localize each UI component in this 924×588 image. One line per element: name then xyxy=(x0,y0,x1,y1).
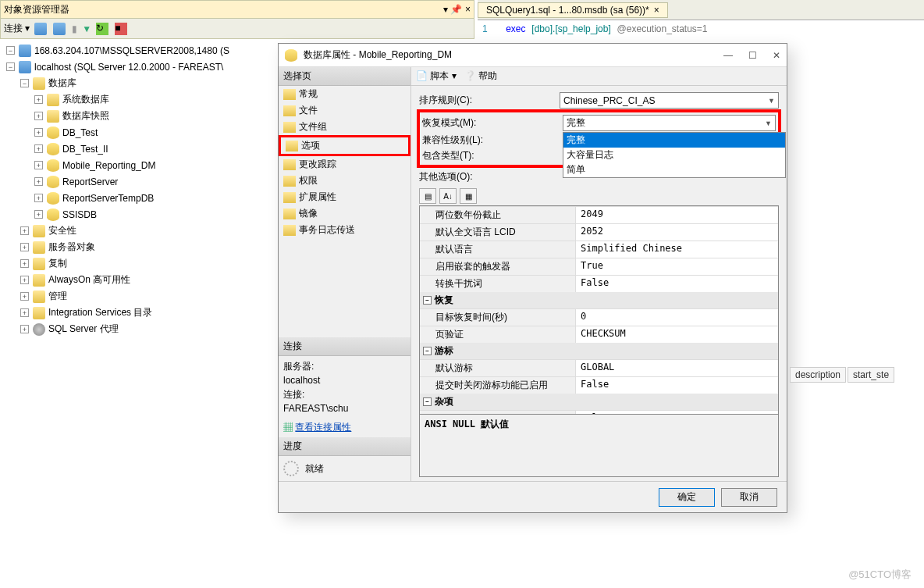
folder-icon xyxy=(47,94,59,106)
maximize-icon[interactable]: ☐ xyxy=(748,50,757,61)
page-item-2[interactable]: 文件组 xyxy=(279,119,410,135)
property-row[interactable]: 默认全文语言 LCID2052 xyxy=(420,223,778,241)
tab-close-icon[interactable]: × xyxy=(654,5,659,16)
property-row[interactable]: 提交时关闭游标功能已启用False xyxy=(420,376,778,394)
tree-node[interactable]: localhost (SQL Server 12.0.2000 - FAREAS… xyxy=(34,62,223,73)
toolbar-icon[interactable] xyxy=(34,23,47,35)
recovery-option[interactable]: 大容量日志 xyxy=(563,148,785,162)
database-icon xyxy=(47,159,59,172)
recovery-option[interactable]: 完整 xyxy=(563,133,785,148)
tree-toggle[interactable]: + xyxy=(20,243,29,251)
tree-toggle[interactable]: + xyxy=(34,177,43,186)
ok-button[interactable]: 确定 xyxy=(659,488,715,507)
categorized-button[interactable]: ▤ xyxy=(419,188,436,204)
tree-toggle[interactable]: + xyxy=(34,95,43,104)
minimize-icon[interactable]: — xyxy=(723,50,733,61)
result-col[interactable]: description xyxy=(790,367,846,383)
tree-node[interactable]: DB_Test_II xyxy=(62,144,108,155)
dialog-right-pane: 📄 脚本 ▾ ❔ 帮助 排序规则(C): Chinese_PRC_CI_AS▼ … xyxy=(411,67,787,481)
database-icon xyxy=(47,127,59,139)
tree-toggle[interactable]: + xyxy=(20,308,29,317)
collation-combo[interactable]: Chinese_PRC_CI_AS▼ xyxy=(560,92,779,109)
close-icon[interactable]: × xyxy=(465,4,471,15)
tree-node[interactable]: ReportServerTempDB xyxy=(62,193,154,204)
property-group[interactable]: − 恢复 xyxy=(420,292,778,308)
folder-icon xyxy=(33,274,45,287)
tree-toggle[interactable]: + xyxy=(34,210,43,219)
page-item-6[interactable]: 扩展属性 xyxy=(279,189,410,205)
close-icon[interactable]: ✕ xyxy=(773,50,780,61)
tree-toggle[interactable]: + xyxy=(34,128,43,137)
tree-node[interactable]: 168.63.204.107\MSSQLSERVER2008,1480 (S xyxy=(34,45,229,56)
tree-node[interactable]: 服务器对象 xyxy=(48,241,95,254)
tree-toggle[interactable]: + xyxy=(20,226,29,235)
dialog-titlebar[interactable]: 数据库属性 - Mobile_Reporting_DM — ☐ ✕ xyxy=(279,44,787,67)
page-item-1[interactable]: 文件 xyxy=(279,102,410,119)
property-group[interactable]: − 杂项 xyxy=(420,394,778,410)
recovery-combo[interactable]: 完整▼ xyxy=(563,115,776,131)
tree-node[interactable]: 复制 xyxy=(48,257,67,270)
page-item-5[interactable]: 权限 xyxy=(279,173,410,189)
tree-toggle[interactable]: − xyxy=(6,62,15,71)
page-icon xyxy=(283,225,296,236)
page-icon xyxy=(283,192,296,203)
progress-spinner-icon xyxy=(283,461,299,476)
tree-node[interactable]: SQL Server 代理 xyxy=(48,323,119,336)
tree-node[interactable]: 数据库 xyxy=(48,77,76,90)
page-item-3[interactable]: 选项 xyxy=(279,135,410,156)
refresh-icon[interactable]: ↻ xyxy=(96,23,108,35)
select-page-header: 选择页 xyxy=(279,67,410,86)
progress-header: 进度 xyxy=(279,437,410,456)
tree-node[interactable]: Mobile_Reporting_DM xyxy=(62,160,155,171)
connect-button[interactable]: 连接 ▾ xyxy=(4,22,30,35)
view-connection-properties-link[interactable]: 查看连接属性 xyxy=(295,422,351,433)
page-item-4[interactable]: 更改跟踪 xyxy=(279,156,410,173)
tree-toggle[interactable]: + xyxy=(34,161,43,169)
tree-node[interactable]: Integration Services 目录 xyxy=(48,306,152,319)
page-icon xyxy=(283,122,296,133)
tree-node[interactable]: DB_Test xyxy=(62,127,98,138)
tree-toggle[interactable]: + xyxy=(20,325,29,333)
filter-icon[interactable]: ▼ xyxy=(82,23,91,34)
help-button[interactable]: ❔ 帮助 xyxy=(464,69,497,83)
stop-icon[interactable]: ■ xyxy=(115,23,127,35)
tree-toggle[interactable]: + xyxy=(34,112,43,120)
editor-tab[interactable]: SQLQuery1.sql - 1...80.msdb (sa (56))* × xyxy=(478,2,668,18)
cancel-button[interactable]: 取消 xyxy=(721,488,777,507)
tree-toggle[interactable]: + xyxy=(20,276,29,284)
recovery-option[interactable]: 简单 xyxy=(563,162,785,177)
script-button[interactable]: 📄 脚本 ▾ xyxy=(416,69,457,83)
tree-node[interactable]: 安全性 xyxy=(48,224,76,237)
alpha-sort-button[interactable]: A↓ xyxy=(439,188,457,204)
property-row[interactable]: 启用嵌套的触发器True xyxy=(420,258,778,275)
tree-node[interactable]: ReportServer xyxy=(62,176,118,187)
tree-node[interactable]: 管理 xyxy=(48,290,67,303)
tree-toggle[interactable]: − xyxy=(6,46,15,55)
tab-title: SQLQuery1.sql - 1...80.msdb (sa (56))* xyxy=(486,5,649,16)
property-row[interactable]: 页验证CHECKSUM xyxy=(420,326,778,343)
page-item-7[interactable]: 镜像 xyxy=(279,205,410,222)
tree-node[interactable]: 系统数据库 xyxy=(62,93,109,106)
page-item-8[interactable]: 事务日志传送 xyxy=(279,222,410,238)
tree-toggle[interactable]: + xyxy=(20,292,29,301)
tree-node[interactable]: SSISDB xyxy=(62,209,97,220)
tree-node[interactable]: 数据库快照 xyxy=(62,109,109,123)
property-row[interactable]: 目标恢复时间(秒)0 xyxy=(420,308,778,326)
tree-toggle[interactable]: − xyxy=(20,79,29,87)
property-row[interactable]: 转换干扰词False xyxy=(420,275,778,292)
property-row[interactable]: 默认游标GLOBAL xyxy=(420,359,778,376)
tree-toggle[interactable]: + xyxy=(34,144,43,153)
sql-editor[interactable]: 1 exec [dbo].[sp_help_job] @execution_st… xyxy=(478,21,924,45)
props-button[interactable]: ▦ xyxy=(460,188,477,204)
tree-node[interactable]: AlwaysOn 高可用性 xyxy=(48,273,130,287)
tree-toggle[interactable]: + xyxy=(34,194,43,202)
page-item-0[interactable]: 常规 xyxy=(279,86,410,102)
toolbar-icon[interactable] xyxy=(53,23,66,35)
property-grid[interactable]: 两位数年份截止2049默认全文语言 LCID2052默认语言Simplified… xyxy=(419,205,779,415)
result-col[interactable]: start_ste xyxy=(848,367,894,383)
property-group[interactable]: − 游标 xyxy=(420,343,778,359)
property-row[interactable]: 两位数年份截止2049 xyxy=(420,206,778,223)
property-row[interactable]: 默认语言Simplified Chinese xyxy=(420,241,778,258)
tree-toggle[interactable]: + xyxy=(20,259,29,268)
pin-icon[interactable]: ▾ 📌 xyxy=(443,4,462,15)
